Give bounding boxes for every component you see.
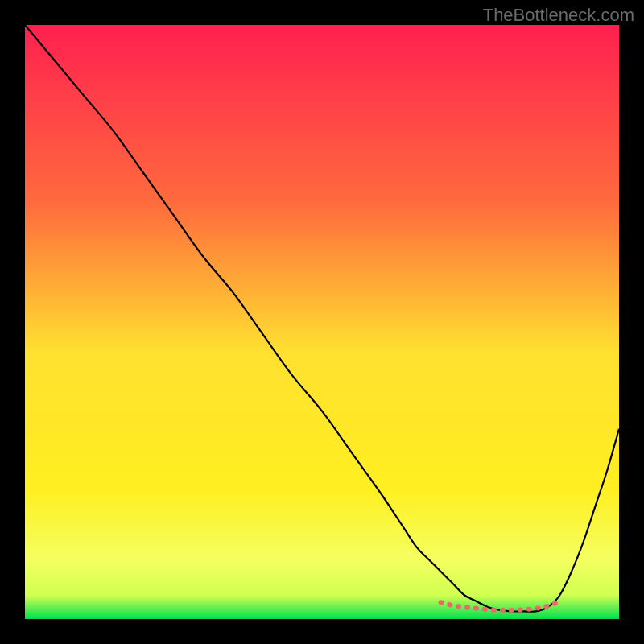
chart-plot-area xyxy=(25,25,619,619)
gradient-background xyxy=(25,25,619,619)
chart-svg xyxy=(25,25,619,619)
watermark-text: TheBottleneck.com xyxy=(483,5,634,26)
